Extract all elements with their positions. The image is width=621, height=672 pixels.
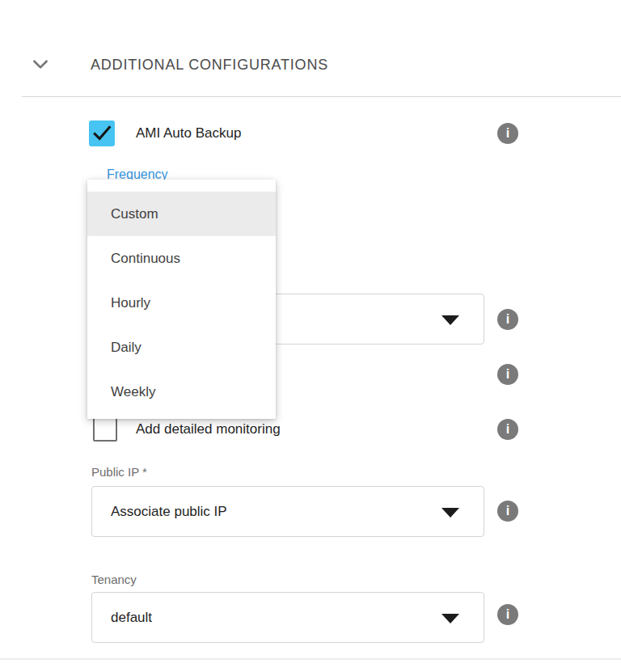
dropdown-option-hourly[interactable]: Hourly bbox=[87, 281, 276, 325]
info-icon[interactable]: i bbox=[497, 419, 518, 440]
tenancy-select[interactable]: default bbox=[91, 592, 484, 643]
chevron-down-icon[interactable] bbox=[30, 53, 51, 74]
info-icon[interactable]: i bbox=[497, 501, 518, 522]
ami-auto-backup-checkbox[interactable] bbox=[89, 120, 115, 146]
frequency-dropdown-menu: Custom Continuous Hourly Daily Weekly bbox=[87, 180, 276, 419]
bottom-divider bbox=[0, 658, 621, 660]
dropdown-option-weekly[interactable]: Weekly bbox=[87, 370, 276, 414]
info-icon[interactable]: i bbox=[497, 364, 518, 385]
dropdown-option-continuous[interactable]: Continuous bbox=[87, 236, 276, 281]
public-ip-selected-value: Associate public IP bbox=[111, 487, 227, 536]
public-ip-select[interactable]: Associate public IP bbox=[91, 486, 484, 537]
checkmark-icon bbox=[91, 122, 113, 145]
info-icon[interactable]: i bbox=[497, 604, 518, 625]
add-detailed-monitoring-checkbox[interactable] bbox=[93, 417, 117, 442]
section-divider bbox=[22, 96, 621, 97]
dropdown-arrow-icon bbox=[441, 315, 459, 325]
tenancy-selected-value: default bbox=[111, 593, 152, 642]
additional-configurations-panel: ADDITIONAL CONFIGURATIONS AMI Auto Backu… bbox=[0, 0, 621, 672]
section-title: ADDITIONAL CONFIGURATIONS bbox=[91, 56, 328, 74]
tenancy-field-label: Tenancy bbox=[91, 573, 137, 587]
ami-auto-backup-label: AMI Auto Backup bbox=[136, 124, 241, 143]
info-icon[interactable]: i bbox=[497, 309, 518, 330]
add-detailed-monitoring-label: Add detailed monitoring bbox=[136, 420, 281, 439]
info-icon[interactable]: i bbox=[497, 123, 518, 144]
dropdown-arrow-icon bbox=[441, 508, 459, 518]
dropdown-option-custom[interactable]: Custom bbox=[87, 192, 276, 236]
public-ip-field-label: Public IP * bbox=[91, 465, 147, 480]
dropdown-arrow-icon bbox=[441, 614, 459, 623]
dropdown-option-daily[interactable]: Daily bbox=[87, 325, 276, 370]
